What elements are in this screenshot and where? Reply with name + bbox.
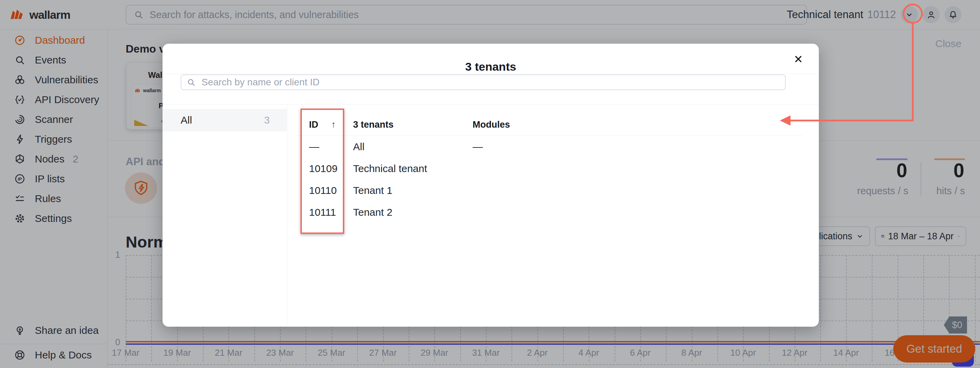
column-header-id[interactable]: ID xyxy=(309,119,318,130)
tenant-name-cell: Tenant 1 xyxy=(353,179,392,201)
column-header-modules[interactable]: Modules xyxy=(473,119,510,130)
tenant-group-all[interactable]: All 3 xyxy=(162,109,287,132)
tenants-modal: 3 tenants All 3 ID ↑ 3 tenants Modules —… xyxy=(162,44,819,327)
tenant-group-label: All xyxy=(181,114,264,126)
tenant-group-count: 3 xyxy=(264,114,270,126)
tenant-id-cell: 10111 xyxy=(309,201,336,223)
modal-close-button[interactable] xyxy=(791,52,806,67)
column-header-tenants[interactable]: 3 tenants xyxy=(353,119,394,130)
close-icon xyxy=(793,54,803,64)
table-row[interactable]: 10109 Technical tenant xyxy=(162,158,819,179)
search-icon xyxy=(186,77,196,87)
tenant-name-cell: All xyxy=(353,136,364,158)
tenant-search xyxy=(181,75,786,90)
tenant-modules-cell: — xyxy=(473,136,483,158)
sort-ascending-icon[interactable]: ↑ xyxy=(331,119,336,130)
table-row[interactable]: 10111 Tenant 2 xyxy=(162,201,819,223)
modal-header-divider xyxy=(162,74,819,74)
tenant-id-cell: — xyxy=(309,136,319,158)
modal-body-divider xyxy=(162,104,819,105)
table-row[interactable]: — All — xyxy=(162,136,819,158)
wallarm-dashboard: wallarm Technical tenant 10112 xyxy=(0,0,980,368)
tenant-id-cell: 10109 xyxy=(309,158,337,179)
modal-title: 3 tenants xyxy=(162,60,819,73)
tenant-id-cell: 10110 xyxy=(309,179,337,201)
table-row[interactable]: 10110 Tenant 1 xyxy=(162,179,819,201)
tenant-name-cell: Tenant 2 xyxy=(353,201,392,223)
tenant-name-cell: Technical tenant xyxy=(353,158,427,179)
tenant-search-input[interactable] xyxy=(201,76,780,88)
